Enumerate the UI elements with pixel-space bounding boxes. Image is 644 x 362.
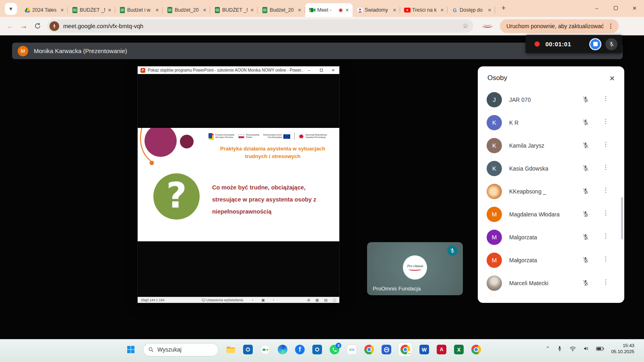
tray-mic-icon[interactable]	[557, 346, 563, 352]
reading-view-button[interactable]: ▤	[324, 298, 328, 302]
participant-row: M Malgorzata ⋮	[478, 226, 624, 249]
browser-tab[interactable]: Świadomy ✕	[353, 3, 400, 17]
tab-close-icon[interactable]: ✕	[344, 7, 350, 14]
window-maximize-button[interactable]	[606, 0, 625, 16]
participant-more-button[interactable]: ⋮	[602, 117, 610, 125]
display-icon	[202, 298, 205, 302]
tray-expand-chevron[interactable]: ⌃	[546, 346, 550, 352]
tab-close-icon[interactable]: ✕	[249, 7, 255, 14]
tray-clock[interactable]: 15:43 05.10.2025	[611, 343, 634, 355]
browser-tab[interactable]: Budżet_20 ✕	[258, 3, 305, 17]
stop-recording-button[interactable]	[589, 38, 601, 50]
remote-desktop-icon[interactable]	[381, 344, 392, 355]
code-app-icon[interactable]: <>	[347, 344, 357, 355]
extension-logo-icon[interactable]	[482, 23, 493, 29]
mic-off-icon	[582, 119, 589, 126]
outlook-icon[interactable]	[243, 344, 253, 355]
window-close-button[interactable]: ✕	[625, 0, 644, 16]
tray-wifi-icon[interactable]	[570, 346, 576, 352]
sheets-favicon-icon	[72, 7, 78, 13]
participant-more-button[interactable]: ⋮	[602, 140, 610, 148]
ppt-minimize-button[interactable]: –	[303, 66, 315, 74]
file-explorer-icon[interactable]	[225, 344, 236, 355]
tab-close-icon[interactable]: ✕	[59, 7, 65, 14]
word-icon[interactable]: W	[419, 344, 429, 355]
start-button[interactable]	[126, 344, 136, 355]
panel-close-button[interactable]: ✕	[608, 73, 616, 84]
new-tab-button[interactable]: +	[498, 3, 509, 13]
tab-search-chevron-button[interactable]: ▼	[5, 3, 17, 15]
reload-button[interactable]	[31, 19, 44, 33]
participant-more-button[interactable]: ⋮	[602, 186, 610, 194]
url-bar[interactable]: meet.google.com/vfx-bmtq-vqh ☆	[47, 19, 473, 33]
slideshow-view-button[interactable]: ▢	[332, 298, 336, 302]
back-button[interactable]: ←	[3, 19, 17, 33]
tab-close-icon[interactable]: ✕	[439, 7, 445, 14]
participant-more-button[interactable]: ⋮	[602, 209, 610, 217]
participant-mic-off-icon	[582, 119, 589, 128]
browser-tab[interactable]: BUDŻET _N ✕	[210, 3, 258, 17]
ppt-close-button[interactable]: ✕	[327, 66, 339, 74]
browser-tab[interactable]: Budżet_20 ✕	[163, 3, 210, 17]
participant-more-button[interactable]: ⋮	[602, 278, 610, 286]
tab-close-icon[interactable]: ✕	[297, 7, 303, 14]
previous-slide-button[interactable]: ‹	[252, 298, 253, 302]
excel-icon[interactable]: X	[454, 344, 464, 355]
tab-close-icon[interactable]: ✕	[107, 7, 113, 14]
meet-favicon-icon	[309, 7, 316, 13]
browser-tab[interactable]: Budżet i w ✕	[115, 3, 163, 17]
chrome-icon[interactable]	[364, 344, 374, 355]
tray-battery-icon[interactable]	[596, 346, 604, 351]
ppt-maximize-button[interactable]	[315, 66, 327, 74]
browser-tab[interactable]: G Dostęp do ✕	[448, 3, 495, 17]
panel-scrollbar[interactable]	[621, 197, 623, 239]
tab-close-icon[interactable]: ✕	[154, 7, 160, 14]
participant-more-button[interactable]: ⋮	[602, 163, 610, 171]
site-mic-indicator-icon[interactable]	[50, 21, 59, 31]
whatsapp-icon[interactable]: 2	[329, 344, 340, 355]
annotation-pen-button[interactable]: ▣	[261, 298, 265, 302]
sheets-favicon-icon	[262, 7, 268, 13]
sheets-favicon-icon	[167, 7, 173, 13]
powerpoint-titlebar[interactable]: P Pokaz slajdów programu PowerPoint - sz…	[138, 66, 339, 74]
sheets-favicon-icon	[119, 7, 126, 13]
acrobat-icon[interactable]: A	[436, 344, 447, 355]
participant-more-button[interactable]: ⋮	[602, 232, 610, 240]
edge-icon[interactable]	[277, 344, 288, 355]
browser-tab[interactable]: 2024 Tales ✕	[20, 3, 68, 17]
chrome-active-icon[interactable]	[398, 343, 412, 356]
window-minimize-button[interactable]: –	[587, 0, 606, 16]
browser-tab[interactable]: Treści na k ✕	[400, 3, 448, 17]
browser-menu-icon[interactable]: ⋮	[608, 23, 614, 30]
recorder-mic-muted-button[interactable]	[605, 38, 617, 50]
tab-close-icon[interactable]: ✕	[392, 7, 398, 14]
forward-button[interactable]: →	[17, 19, 31, 33]
powerpoint-window-title: Pokaz slajdów programu PowerPoint - szko…	[148, 68, 303, 72]
participant-mic-off-icon	[582, 96, 589, 105]
participant-more-button[interactable]: ⋮	[602, 95, 610, 102]
url-text[interactable]: meet.google.com/vfx-bmtq-vqh	[63, 23, 462, 29]
normal-view-button[interactable]: ⊞	[307, 298, 310, 302]
facebook-icon[interactable]: f	[295, 344, 305, 355]
logo-samorzad-wojewodztwa: Samorząd WojewództwaKujawsko-Pomorskiego	[299, 134, 327, 139]
chrome2-icon[interactable]	[471, 344, 481, 355]
tab-recording-icon	[339, 8, 343, 12]
participant-more-button[interactable]: ⋮	[602, 255, 610, 263]
next-slide-button[interactable]: ›	[273, 298, 274, 302]
tab-close-icon[interactable]: ✕	[202, 7, 208, 14]
browser-tab[interactable]: BUDŻET _N ✕	[68, 3, 115, 17]
sheets-favicon-icon	[214, 7, 221, 13]
slide-sorter-view-button[interactable]: ▦	[315, 298, 319, 302]
password-manager-icon[interactable]	[260, 344, 270, 355]
browser-tab[interactable]: Meet - ✕	[305, 3, 353, 17]
outlook2-icon[interactable]	[312, 344, 322, 355]
tray-volume-icon[interactable]	[583, 346, 589, 352]
taskbar-search-box[interactable]: Wyszukaj	[143, 343, 219, 356]
display-settings-button[interactable]: Ustawienia wyświetlania	[202, 298, 244, 302]
tab-close-icon[interactable]: ✕	[487, 7, 493, 14]
self-video-tile[interactable]: Pro Omnis ProOmnis Fundacja	[367, 242, 463, 295]
tab-label: Budżet_20	[270, 7, 295, 13]
chrome-update-button[interactable]: Uruchom ponownie, aby zaktualizować ⋮	[500, 19, 619, 33]
bookmark-star-icon[interactable]: ☆	[462, 22, 469, 30]
powerpoint-window: P Pokaz slajdów programu PowerPoint - sz…	[138, 66, 339, 303]
